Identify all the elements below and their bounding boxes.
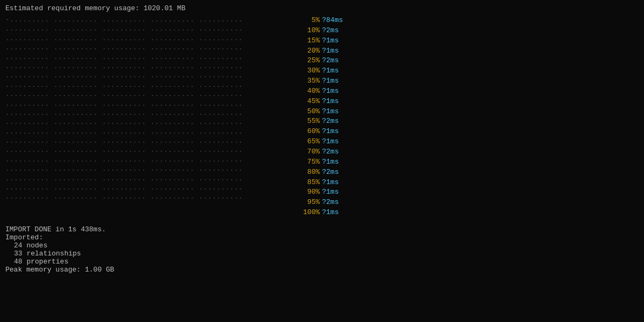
pct-value: 25% — [299, 56, 320, 66]
timing-value: ?1ms — [322, 76, 339, 86]
progress-stat-line: 35% ?1ms — [299, 76, 402, 86]
progress-stat-line: 85% ?1ms — [299, 178, 402, 188]
timing-value: ?2ms — [322, 197, 339, 208]
timing-value: ?1ms — [322, 46, 339, 56]
progress-stat-line: 45% ?1ms — [299, 97, 402, 107]
pct-value: 90% — [299, 187, 320, 197]
pct-value: 45% — [299, 97, 320, 107]
timing-value: ?1ms — [322, 187, 339, 197]
dot-row: .......... .......... .......... .......… — [5, 43, 295, 53]
progress-stat-line: 65% ?1ms — [299, 137, 402, 147]
progress-stat-line: 100% ?1ms — [299, 208, 402, 218]
progress-stat-line: 10% ?2ms — [299, 26, 402, 36]
dot-row: .......... .......... .......... .......… — [5, 137, 295, 146]
timing-value: ?1ms — [322, 107, 339, 117]
relationships-count: 33 — [14, 250, 23, 258]
progress-stat-line: 5% ?84ms — [299, 16, 402, 26]
pct-value: 55% — [299, 116, 320, 127]
pct-value: 10% — [299, 26, 320, 36]
dot-row: -......... .......... .......... .......… — [5, 16, 295, 25]
pct-value: 65% — [299, 137, 320, 147]
progress-stat-line: 55% ?2ms — [299, 116, 402, 127]
progress-stat-line: 50% ?1ms — [299, 107, 402, 117]
progress-section: -......... .......... .......... .......… — [5, 16, 639, 218]
timing-value: ?1ms — [322, 157, 339, 167]
memory-header: Estimated required memory usage: 1020.01… — [5, 4, 639, 12]
pct-value: 50% — [299, 107, 320, 117]
progress-stat-line: 75% ?1ms — [299, 157, 402, 167]
dot-row: .......... .......... .......... .......… — [5, 118, 295, 127]
progress-stat-line: 25% ?2ms — [299, 56, 402, 66]
relationships-item: 33 relationships — [5, 250, 639, 258]
dot-row: .......... .......... .......... .......… — [5, 165, 295, 174]
progress-stat-line: 30% ?1ms — [299, 66, 402, 76]
peak-memory: Peak memory usage: 1.00 GB — [5, 266, 639, 274]
timing-value: ?1ms — [322, 97, 339, 107]
dot-row: .......... .......... .......... .......… — [5, 62, 295, 71]
terminal-output: Estimated required memory usage: 1020.01… — [5, 4, 639, 274]
dot-row: .......... .......... .......... .......… — [5, 184, 295, 193]
import-summary: IMPORT DONE in 1s 438ms. Imported: 24 no… — [5, 225, 639, 274]
progress-stat-line: 70% ?2ms — [299, 147, 402, 157]
done-line: IMPORT DONE in 1s 438ms. — [5, 225, 639, 233]
dot-row: .......... .......... .......... .......… — [5, 174, 295, 184]
timing-value: ?1ms — [322, 66, 339, 76]
timing-value: ?2ms — [322, 26, 339, 36]
nodes-item: 24 nodes — [5, 241, 639, 250]
timing-value: ?1ms — [322, 127, 339, 137]
timing-value: ?2ms — [322, 147, 339, 157]
pct-value: 85% — [299, 178, 320, 188]
pct-value: 5% — [299, 16, 320, 26]
dot-row: .......... .......... .......... .......… — [5, 53, 295, 62]
dot-row: .......... .......... .......... .......… — [5, 109, 295, 118]
timing-value: ?2ms — [322, 167, 339, 178]
pct-value: 30% — [299, 66, 320, 76]
pct-value: 75% — [299, 157, 320, 167]
progress-stat-line: 95% ?2ms — [299, 197, 402, 208]
nodes-count: 24 — [14, 241, 23, 250]
dot-row: .......... .......... .......... .......… — [5, 128, 295, 137]
progress-stat-line: 15% ?1ms — [299, 36, 402, 46]
dot-row: .......... .......... .......... .......… — [5, 34, 295, 43]
timing-value: ?1ms — [322, 178, 339, 188]
timing-value: ?2ms — [322, 116, 339, 127]
imported-label: Imported: — [5, 233, 639, 241]
dot-row: .......... .......... .......... .......… — [5, 146, 295, 155]
dot-row: .......... .......... .......... .......… — [5, 193, 295, 202]
progress-stat-line: 40% ?1ms — [299, 86, 402, 97]
progress-stat-line: 20% ?1ms — [299, 46, 402, 56]
dot-row: .......... .......... .......... .......… — [5, 156, 295, 165]
pct-value: 20% — [299, 46, 320, 56]
pct-value: 95% — [299, 197, 320, 208]
timing-value: ?2ms — [322, 56, 339, 66]
timing-value: ?1ms — [322, 36, 339, 46]
progress-stat-line: 80% ?2ms — [299, 167, 402, 178]
dot-progress: -......... .......... .......... .......… — [5, 16, 295, 218]
progress-stat-line: 90% ?1ms — [299, 187, 402, 197]
pct-value: 60% — [299, 127, 320, 137]
pct-value: 35% — [299, 76, 320, 86]
timing-value: ?1ms — [322, 86, 339, 97]
properties-item: 48 properties — [5, 258, 639, 266]
timing-value: ?1ms — [322, 137, 339, 147]
dot-row: .......... .......... .......... .......… — [5, 81, 295, 90]
timing-value: ?1ms — [322, 208, 339, 218]
stats-column: 5% ?84ms10% ?2ms15% ?1ms20% ?1ms25% ?2ms… — [295, 16, 402, 218]
pct-value: 70% — [299, 147, 320, 157]
timing-value: ?84ms — [322, 16, 343, 26]
pct-value: 15% — [299, 36, 320, 46]
dot-row: .......... .......... .......... .......… — [5, 100, 295, 109]
pct-value: 80% — [299, 167, 320, 178]
properties-count: 48 — [14, 258, 23, 266]
dot-row: .......... .......... .......... .......… — [5, 90, 295, 99]
dot-row: .......... .......... .......... .......… — [5, 71, 295, 80]
dot-row: .......... .......... .......... .......… — [5, 25, 295, 34]
progress-stat-line: 60% ?1ms — [299, 127, 402, 137]
pct-value: 40% — [299, 86, 320, 97]
pct-value: 100% — [299, 208, 320, 218]
